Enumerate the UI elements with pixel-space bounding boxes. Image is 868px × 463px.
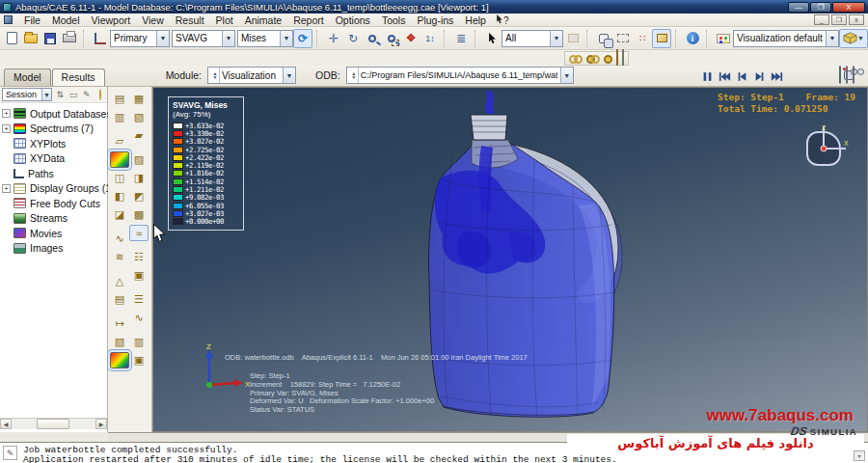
menu-result[interactable]: Result xyxy=(170,14,210,26)
save-icon[interactable] xyxy=(41,29,60,48)
combine-selection-icon[interactable] xyxy=(594,29,613,48)
intersect-selected-icon[interactable] xyxy=(616,50,618,68)
spinner-icon[interactable]: ▲▼ xyxy=(350,68,359,83)
expand-icon[interactable]: + xyxy=(2,109,11,118)
create-path-icon[interactable]: ↦ xyxy=(110,315,129,332)
link-viewports-icon[interactable] xyxy=(839,67,841,84)
expand-icon[interactable]: + xyxy=(2,124,11,133)
spinner-icon[interactable]: ▲▼ xyxy=(211,68,220,83)
tree-scope-dropdown[interactable]: Session Da▼ xyxy=(2,88,52,101)
snapshot-icon[interactable] xyxy=(853,67,854,84)
remove-selected-icon[interactable] xyxy=(604,50,612,68)
rotate-view-icon[interactable]: ↻ xyxy=(343,29,363,48)
expand-icon[interactable]: + xyxy=(2,184,11,193)
color-code-icon[interactable]: ▥ xyxy=(110,109,129,125)
chevron-down-icon[interactable]: ▼ xyxy=(283,68,295,83)
menu-report[interactable]: Report xyxy=(287,14,330,26)
scroll-left-icon[interactable]: ◀ xyxy=(0,419,12,429)
color-defaults-dropdown[interactable]: Visualization defaults▼ xyxy=(733,30,839,47)
tree-item-images[interactable]: Images xyxy=(0,241,107,257)
plot-symbols-icon[interactable]: ◫ xyxy=(110,170,129,186)
create-spectrum-icon[interactable]: ▧ xyxy=(129,109,149,125)
chevron-down-icon[interactable]: ▼ xyxy=(41,89,51,100)
tree-item-display-groups-1[interactable]: +Display Groups (1) xyxy=(0,181,107,197)
contour-options-icon[interactable]: ▨ xyxy=(129,151,149,168)
first-frame-icon[interactable] xyxy=(719,70,731,83)
probe-values-icon[interactable]: ▣ xyxy=(129,267,149,284)
position-dropdown[interactable]: Primary▼ xyxy=(110,30,170,47)
context-help-icon[interactable]: ? xyxy=(496,14,509,26)
view-compass[interactable]: Z X xyxy=(798,123,850,175)
menu-tools[interactable]: Tools xyxy=(376,14,412,26)
tree-item-free-body-cuts[interactable]: Free Body Cuts xyxy=(0,196,107,211)
menu-model[interactable]: Model xyxy=(46,14,86,26)
create-field-output-icon[interactable]: ▣ xyxy=(129,352,149,368)
odb-dropdown[interactable]: ▲▼ C:/Program Files/SIMULIA/Abaquse 6.11… xyxy=(346,67,574,84)
plot-undeformed-shape-icon[interactable]: ▱ xyxy=(110,133,129,150)
tips-lightbulb-icon[interactable] xyxy=(95,90,105,99)
last-frame-icon[interactable] xyxy=(771,70,783,83)
scroll-right-icon[interactable]: ▶ xyxy=(95,419,107,429)
chevron-down-icon[interactable]: ▼ xyxy=(560,68,573,83)
menu-view[interactable]: View xyxy=(136,14,170,26)
chevron-down-icon[interactable]: ▼ xyxy=(280,31,292,46)
open-file-icon[interactable] xyxy=(21,29,41,48)
animation-options-icon[interactable]: ☷ xyxy=(129,249,149,265)
box-zoom-icon[interactable] xyxy=(382,29,401,48)
child-restore-button[interactable]: ❐ xyxy=(831,14,847,25)
field-output-dialog-icon[interactable] xyxy=(110,352,129,368)
tree-item-paths[interactable]: Paths xyxy=(0,166,107,181)
print-icon[interactable] xyxy=(60,29,79,48)
mdi-child-icon[interactable] xyxy=(4,15,13,24)
create-display-group-icon[interactable]: ▤ xyxy=(110,91,129,107)
auto-fit-view-icon[interactable]: ✥ xyxy=(401,29,420,48)
new-file-icon[interactable] xyxy=(2,29,21,48)
close-button[interactable]: X xyxy=(832,2,865,13)
tree-item-spectrums-7[interactable]: +Spectrums (7) xyxy=(0,122,107,137)
variable-dropdown[interactable]: SVAVG▼ xyxy=(172,30,235,47)
tree-horizontal-scrollbar[interactable]: ◀ ▶ xyxy=(0,418,107,429)
tab-results[interactable]: Results xyxy=(52,68,105,86)
menu-options[interactable]: Options xyxy=(330,14,376,26)
previous-frame-icon[interactable] xyxy=(736,70,748,83)
menu-plot[interactable]: Plot xyxy=(210,14,239,26)
viewport-canvas[interactable]: SVAVG, Mises (Avg: 75%) +3.633e-02+3.330… xyxy=(152,87,868,432)
next-frame-icon[interactable] xyxy=(753,70,766,83)
color-palette-icon[interactable] xyxy=(714,29,733,48)
replace-selected-icon[interactable] xyxy=(569,50,583,68)
child-minimize-button[interactable]: _ xyxy=(814,14,829,25)
drag-rectangle-icon[interactable] xyxy=(613,29,633,48)
tree-item-output-databases-1[interactable]: +Output Databases (1) xyxy=(0,106,107,122)
view-options-table-icon[interactable] xyxy=(622,50,624,68)
cycle-views-icon[interactable]: 1↕ xyxy=(420,29,440,48)
query-icon[interactable]: ≣ xyxy=(451,29,471,48)
plot-deformed-shape-icon[interactable]: ▰ xyxy=(129,127,149,144)
menu-file[interactable]: File xyxy=(18,14,46,26)
animate-time-history-icon[interactable]: ≈ xyxy=(129,225,149,241)
add-selected-icon[interactable] xyxy=(586,50,600,68)
magnify-view-icon[interactable] xyxy=(363,29,382,48)
render-style-dropdown-icon[interactable]: ▼ xyxy=(839,29,868,48)
chevron-down-icon[interactable]: ▼ xyxy=(222,31,234,46)
tree-item-movies[interactable]: Movies xyxy=(0,226,107,241)
menu-plug-ins[interactable]: Plug-ins xyxy=(411,14,459,26)
create-xy-data-icon[interactable]: ▤ xyxy=(110,291,129,308)
tree-item-streams[interactable]: Streams xyxy=(0,211,107,227)
edit-filter-icon[interactable]: ✎ xyxy=(82,90,93,99)
symbol-options-icon[interactable]: ◨ xyxy=(129,170,149,186)
menu-viewport[interactable]: Viewport xyxy=(86,14,137,26)
minimize-button[interactable]: — xyxy=(788,2,809,13)
scrollbar-thumb[interactable] xyxy=(37,419,69,429)
activate-view-cut-icon[interactable]: ▧ xyxy=(110,334,129,350)
pause-icon[interactable] xyxy=(701,70,714,83)
child-close-button[interactable]: x xyxy=(849,14,864,25)
tab-model[interactable]: Model xyxy=(4,68,51,86)
animate-scale-factor-icon[interactable]: ∿ xyxy=(110,231,129,247)
animate-harmonic-icon[interactable]: ≋ xyxy=(110,249,129,265)
free-body-cut-icon[interactable]: ∿ xyxy=(129,310,149,326)
message-area-corner-dropdown[interactable]: ▾ xyxy=(854,450,865,461)
plot-contours-icon[interactable] xyxy=(110,151,129,168)
query-information-icon[interactable]: △ xyxy=(110,273,129,289)
refresh-icon[interactable]: ⟳ xyxy=(293,29,312,48)
3d-box-select-icon[interactable] xyxy=(652,29,671,48)
